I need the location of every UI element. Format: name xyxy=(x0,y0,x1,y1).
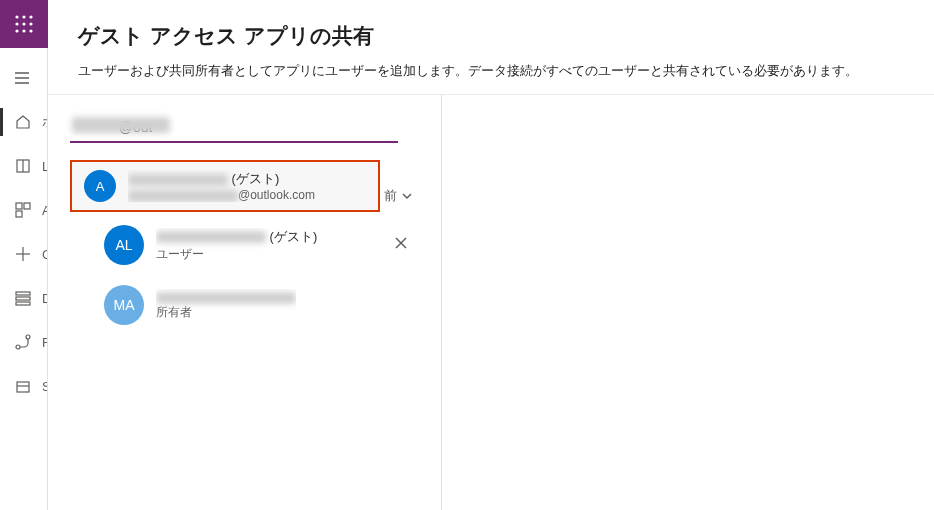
svg-rect-14 xyxy=(16,203,22,209)
flow-icon xyxy=(14,333,32,351)
suggestion-name: (ゲスト) xyxy=(128,170,315,188)
svg-point-5 xyxy=(29,22,32,25)
home-icon xyxy=(14,113,32,131)
person-text: 所有者 xyxy=(156,289,296,321)
redacted-text xyxy=(72,117,170,133)
nav-data-label: D xyxy=(42,291,47,306)
waffle-icon xyxy=(14,14,34,34)
main-content: ゲスト アクセス アプリの共有 ユーザーおよび共同所有者としてアプリにユーザーを… xyxy=(48,0,934,510)
person-text: (ゲスト) ユーザー xyxy=(156,228,317,263)
nav-solutions[interactable]: S xyxy=(0,364,47,408)
svg-rect-15 xyxy=(24,203,30,209)
apps-icon xyxy=(14,201,32,219)
suggestion-text: (ゲスト) @outlook.com xyxy=(128,170,315,202)
suggestion-email: @outlook.com xyxy=(128,188,315,202)
redacted-text xyxy=(156,231,266,243)
nav-create-label: C xyxy=(42,247,47,262)
people-suggestion-dropdown: A (ゲスト) @outlook.com xyxy=(70,160,380,212)
avatar: MA xyxy=(104,285,144,325)
sort-label: 前 xyxy=(384,187,397,205)
nav-create[interactable]: C xyxy=(0,232,47,276)
page-title: ゲスト アクセス アプリの共有 xyxy=(78,22,904,50)
svg-point-23 xyxy=(26,335,30,339)
svg-rect-24 xyxy=(17,382,29,392)
nav-learn[interactable]: L xyxy=(0,144,47,188)
person-role: 所有者 xyxy=(156,304,296,321)
person-row[interactable]: MA 所有者 xyxy=(70,275,419,335)
svg-point-4 xyxy=(22,22,25,25)
avatar: AL xyxy=(104,225,144,265)
svg-rect-16 xyxy=(16,211,22,217)
data-icon xyxy=(14,289,32,307)
book-icon xyxy=(14,157,32,175)
nav-apps[interactable]: A xyxy=(0,188,47,232)
nav-flows-label: F xyxy=(42,335,47,350)
svg-rect-19 xyxy=(16,292,30,295)
nav-toggle[interactable] xyxy=(0,56,47,100)
svg-point-1 xyxy=(22,15,25,18)
redacted-text xyxy=(156,292,296,304)
redacted-text xyxy=(128,190,238,202)
solutions-icon xyxy=(14,377,32,395)
nav-data[interactable]: D xyxy=(0,276,47,320)
svg-point-8 xyxy=(29,29,32,32)
svg-point-2 xyxy=(29,15,32,18)
nav-flows[interactable]: F xyxy=(0,320,47,364)
left-nav: ホ L A C D F S xyxy=(0,48,48,510)
share-left-pane: 前 AL (ゲスト) ユーザー xyxy=(48,95,442,510)
sort-control[interactable]: 前 xyxy=(384,187,413,205)
redacted-text xyxy=(128,174,228,186)
dialog-header: ゲスト アクセス アプリの共有 ユーザーおよび共同所有者としてアプリにユーザーを… xyxy=(48,0,934,94)
page-subtitle: ユーザーおよび共同所有者としてアプリにユーザーを追加します。データ接続がすべての… xyxy=(78,62,904,80)
people-list: AL (ゲスト) ユーザー MA xyxy=(70,215,419,335)
plus-icon xyxy=(14,245,32,263)
nav-solutions-label: S xyxy=(42,379,47,394)
svg-rect-20 xyxy=(16,297,30,300)
svg-point-6 xyxy=(15,29,18,32)
svg-point-0 xyxy=(15,15,18,18)
share-content: 前 AL (ゲスト) ユーザー xyxy=(48,94,934,510)
app-launcher[interactable] xyxy=(0,0,48,48)
svg-point-7 xyxy=(22,29,25,32)
person-role: ユーザー xyxy=(156,246,317,263)
avatar: A xyxy=(84,170,116,202)
nav-apps-label: A xyxy=(42,203,47,218)
person-name: (ゲスト) xyxy=(156,228,317,246)
svg-point-3 xyxy=(15,22,18,25)
svg-rect-21 xyxy=(16,302,30,305)
nav-home[interactable]: ホ xyxy=(0,100,47,144)
people-suggestion-item[interactable]: A (ゲスト) @outlook.com xyxy=(72,162,378,210)
person-row[interactable]: AL (ゲスト) ユーザー xyxy=(70,215,419,275)
share-right-pane xyxy=(442,95,934,510)
nav-learn-label: L xyxy=(42,159,47,174)
person-name xyxy=(156,289,296,304)
remove-button[interactable] xyxy=(389,236,413,254)
close-icon xyxy=(394,236,408,250)
svg-point-22 xyxy=(16,345,20,349)
chevron-down-icon xyxy=(401,190,413,202)
nav-home-label: ホ xyxy=(42,113,47,131)
search-area xyxy=(70,115,419,143)
